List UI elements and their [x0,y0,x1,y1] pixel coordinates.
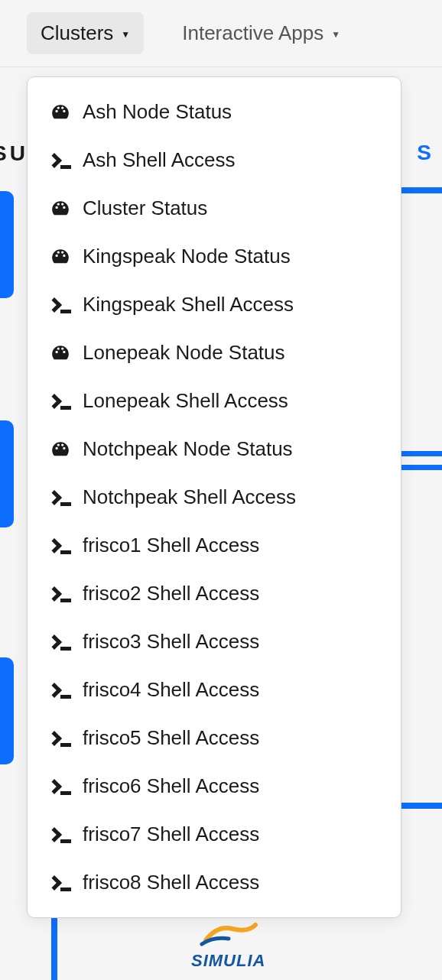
dropdown-item-label: Ash Node Status [83,100,232,124]
gauge-icon [49,440,72,459]
shell-icon [49,729,72,748]
shell-icon [49,777,72,797]
dropdown-item-label: Kingspeak Node Status [83,245,291,268]
dropdown-item-label: Ash Shell Access [83,148,235,172]
dropdown-item-label: frisco4 Shell Access [83,678,259,702]
shell-icon [49,391,72,411]
shell-icon [49,632,72,652]
dropdown-item[interactable]: Kingspeak Shell Access [28,281,401,329]
dropdown-item[interactable]: Kingspeak Node Status [28,232,401,281]
dropdown-item-label: frisco2 Shell Access [83,582,259,605]
dropdown-item[interactable]: frisco4 Shell Access [28,666,401,714]
accent-line [396,803,442,809]
shell-icon [49,873,72,893]
navbar: Clusters ▼ Interactive Apps ▼ [0,0,442,67]
accent-line [396,465,442,470]
simulia-logo: SIMULIA [191,917,265,971]
shell-icon [49,584,72,604]
background-text-left: SU [0,141,28,166]
dropdown-item[interactable]: Ash Node Status [28,88,401,136]
dropdown-item-label: frisco3 Shell Access [83,630,259,654]
caret-down-icon: ▼ [331,29,340,40]
accent-bar [0,191,14,298]
dropdown-item-label: frisco5 Shell Access [83,726,259,750]
gauge-icon [49,199,72,219]
nav-clusters-dropdown[interactable]: Clusters ▼ [27,12,144,54]
dropdown-item[interactable]: frisco5 Shell Access [28,714,401,762]
dropdown-item-label: Lonepeak Shell Access [83,389,288,413]
accent-line [396,451,442,456]
shell-icon [49,680,72,700]
accent-bar [0,420,14,527]
dropdown-item-label: Lonepeak Node Status [83,341,285,365]
shell-icon [49,536,72,556]
shell-icon [49,488,72,508]
dropdown-item[interactable]: Cluster Status [28,184,401,232]
dropdown-item[interactable]: frisco1 Shell Access [28,521,401,570]
dropdown-item[interactable]: frisco7 Shell Access [28,810,401,858]
gauge-icon [49,247,72,267]
dropdown-item[interactable]: Ash Shell Access [28,136,401,184]
shell-icon [49,295,72,315]
nav-interactive-apps-dropdown[interactable]: Interactive Apps ▼ [168,12,354,54]
accent-line [396,187,442,193]
shell-icon [49,151,72,170]
dropdown-item[interactable]: Notchpeak Node Status [28,425,401,473]
dropdown-item[interactable]: frisco2 Shell Access [28,570,401,618]
dropdown-item[interactable]: frisco6 Shell Access [28,762,401,810]
accent-bar [0,657,14,764]
dropdown-item-label: frisco8 Shell Access [83,871,259,894]
dropdown-item[interactable]: Lonepeak Shell Access [28,377,401,425]
gauge-icon [49,102,72,122]
dropdown-item-label: frisco6 Shell Access [83,774,259,798]
shell-icon [49,825,72,845]
clusters-dropdown-menu: Ash Node StatusAsh Shell AccessCluster S… [27,76,401,918]
dropdown-item-label: frisco1 Shell Access [83,534,259,557]
gauge-icon [49,343,72,363]
dropdown-item-label: Notchpeak Node Status [83,437,293,461]
background-text-right: S [417,141,433,165]
caret-down-icon: ▼ [121,29,130,40]
dropdown-item-label: frisco7 Shell Access [83,823,259,846]
dropdown-item[interactable]: frisco3 Shell Access [28,618,401,666]
nav-clusters-label: Clusters [41,21,113,45]
nav-interactive-apps-label: Interactive Apps [182,21,323,45]
dropdown-item-label: Notchpeak Shell Access [83,485,296,509]
dropdown-item-label: Kingspeak Shell Access [83,293,294,316]
simulia-logo-text: SIMULIA [191,951,265,971]
dropdown-item[interactable]: Notchpeak Shell Access [28,473,401,521]
dropdown-item[interactable]: Lonepeak Node Status [28,329,401,377]
dropdown-item[interactable]: frisco8 Shell Access [28,858,401,907]
dropdown-item-label: Cluster Status [83,196,207,220]
simulia-ds-icon [194,917,263,948]
